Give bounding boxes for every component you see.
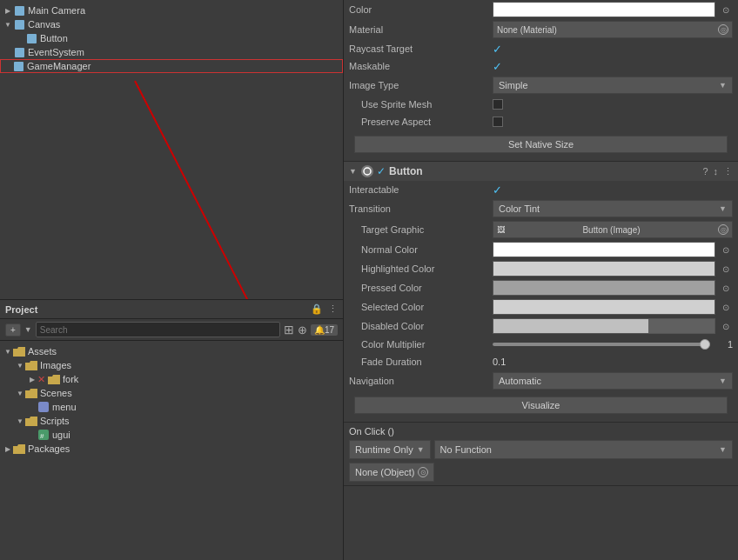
project-item-ugui[interactable]: # ugui <box>24 428 343 442</box>
more-icon[interactable]: ⋮ <box>723 166 733 177</box>
navigation-dropdown-arrow: ▼ <box>719 377 727 385</box>
navigation-dropdown[interactable]: Automatic ▼ <box>493 372 733 390</box>
button-enabled-check[interactable]: ✓ <box>377 165 386 177</box>
svg-rect-1 <box>15 20 24 30</box>
expand-icon <box>28 403 37 411</box>
slider-fill <box>493 343 705 346</box>
color-multiplier-slider: 1 <box>493 339 733 350</box>
select-icon[interactable]: ◎ <box>718 24 728 35</box>
on-click-section: On Click () Runtime Only ▼ No Function ▼… <box>344 423 738 486</box>
target-graphic-field[interactable]: 🖼 Button (Image) ◎ <box>493 221 733 238</box>
project-tree: ▼ Assets ▼ Images ▶ ✕ <box>0 341 343 560</box>
hierarchy-item-label: EventSystem <box>28 47 84 57</box>
selected-color-picker-btn[interactable]: ⊙ <box>719 300 733 314</box>
hierarchy-item-canvas[interactable]: ▼ Canvas <box>0 17 343 31</box>
presets-icon[interactable]: ↕ <box>714 166 719 177</box>
image-icon-small: 🖼 <box>497 225 505 234</box>
project-item-images[interactable]: ▼ Images <box>12 358 343 372</box>
raycast-row: Raycast Target ✓ <box>344 40 738 57</box>
selected-color-field[interactable] <box>493 299 715 315</box>
sprite-mesh-label: Use Sprite Mesh <box>349 99 493 110</box>
interactable-check[interactable]: ✓ <box>493 183 502 197</box>
button-section-header[interactable]: ▼ ✓ Button ? ↕ ⋮ <box>344 162 738 181</box>
menu-icon[interactable]: ⋮ <box>328 303 338 315</box>
disabled-color-picker-btn[interactable]: ⊙ <box>719 319 733 333</box>
raycast-check[interactable]: ✓ <box>493 43 502 56</box>
project-item-assets[interactable]: ▼ Assets <box>0 344 343 358</box>
highlighted-color-label: Highlighted Color <box>349 263 493 274</box>
project-item-fork[interactable]: ▶ ✕ fork <box>24 372 343 386</box>
project-item-label: Scripts <box>40 416 70 426</box>
project-search-input[interactable] <box>36 322 280 337</box>
svg-rect-2 <box>27 34 37 43</box>
material-field[interactable]: None (Material) ◎ <box>493 21 733 38</box>
image-type-dropdown[interactable]: Simple ▼ <box>493 77 733 94</box>
script-icon: # <box>37 429 50 441</box>
project-item-label: ugui <box>52 430 70 440</box>
none-object-select-icon[interactable]: ⊙ <box>418 467 428 477</box>
hierarchy-item-eventsystem[interactable]: EventSystem <box>0 45 343 59</box>
hierarchy-item-main-camera[interactable]: ▶ Main Camera <box>0 3 343 17</box>
project-item-label: Images <box>40 360 71 370</box>
normal-color-row: Normal Color ⊙ <box>344 240 738 259</box>
expand-icon: ▼ <box>3 20 12 29</box>
project-item-scripts[interactable]: ▼ Scripts <box>12 414 343 428</box>
runtime-only-dropdown[interactable]: Runtime Only ▼ <box>349 440 431 459</box>
interactable-row: Interactable ✓ <box>344 181 738 198</box>
maskable-label: Maskable <box>349 61 493 71</box>
lock-icon[interactable]: 🔒 <box>311 303 323 315</box>
fade-duration-row: Fade Duration 0.1 <box>344 353 738 370</box>
expand-icon: ▶ <box>3 444 12 453</box>
color-picker-button[interactable]: ⊙ <box>719 3 733 17</box>
maskable-check[interactable]: ✓ <box>493 60 502 73</box>
disabled-color-row: Disabled Color ⊙ <box>344 317 738 336</box>
svg-rect-4 <box>14 62 23 71</box>
svg-rect-6 <box>38 402 49 412</box>
sprite-mesh-checkbox[interactable] <box>493 99 503 110</box>
expand-icon <box>16 34 24 43</box>
interactable-label: Interactable <box>349 184 493 195</box>
preserve-aspect-row: Preserve Aspect <box>344 113 738 130</box>
pressed-color-picker-btn[interactable]: ⊙ <box>719 281 733 295</box>
no-function-dropdown[interactable]: No Function ▼ <box>434 440 733 459</box>
cube-icon <box>13 46 25 58</box>
none-object-field[interactable]: None (Object) ⊙ <box>349 463 434 482</box>
maskable-row: Maskable ✓ <box>344 57 738 75</box>
preserve-aspect-checkbox[interactable] <box>493 117 503 127</box>
transition-row: Transition Color Tint ▼ <box>344 198 738 219</box>
color-multiplier-label: Color Multiplier <box>349 339 493 350</box>
badge-count: 🔔17 <box>311 324 338 336</box>
help-icon[interactable]: ? <box>702 166 708 177</box>
visualize-button[interactable]: Visualize <box>354 397 728 414</box>
color-picker-field[interactable] <box>493 2 715 17</box>
transition-dropdown[interactable]: Color Tint ▼ <box>493 200 733 217</box>
disabled-color-field[interactable] <box>493 318 715 334</box>
cube-icon <box>13 4 25 17</box>
slider-thumb[interactable] <box>700 339 710 350</box>
target-select-icon[interactable]: ◎ <box>718 224 728 235</box>
cube-icon <box>13 18 25 30</box>
cube-icon <box>12 60 24 72</box>
expand-icon: ▼ <box>16 389 24 397</box>
hierarchy-item-gamemanager[interactable]: GameManager <box>0 59 343 73</box>
button-section-title: Button <box>389 165 423 177</box>
set-native-size-button[interactable]: Set Native Size <box>354 136 728 153</box>
folder-icon <box>13 345 25 357</box>
normal-color-field[interactable] <box>493 242 715 257</box>
folder-icon <box>25 387 37 399</box>
pressed-color-field[interactable] <box>493 280 715 296</box>
project-item-scenes[interactable]: ▼ Scenes <box>12 386 343 400</box>
project-item-packages[interactable]: ▶ Packages <box>0 442 343 456</box>
color-value: ⊙ <box>493 2 733 17</box>
highlighted-color-field[interactable] <box>493 261 715 277</box>
cube-icon <box>25 32 37 44</box>
normal-color-picker-btn[interactable]: ⊙ <box>719 243 733 257</box>
highlighted-color-picker-btn[interactable]: ⊙ <box>719 262 733 276</box>
project-item-menu[interactable]: menu <box>24 400 343 414</box>
add-button[interactable]: + <box>5 323 21 337</box>
none-object-row: None (Object) ⊙ <box>349 463 733 482</box>
project-item-label: fork <box>63 374 78 384</box>
hierarchy-item-button[interactable]: Button <box>12 31 343 45</box>
slider-track[interactable] <box>493 343 705 346</box>
runtime-dropdown-arrow: ▼ <box>417 445 425 454</box>
